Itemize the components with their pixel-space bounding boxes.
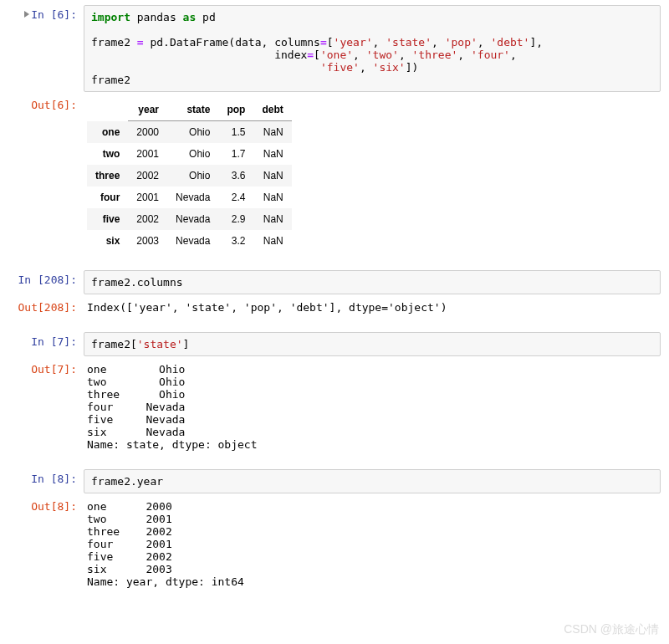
table-cell: Ohio — [167, 143, 218, 165]
code-cell-6: In [6]: import pandas as pd frame2 = pd.… — [0, 3, 669, 94]
in-prompt: In [8]: — [0, 469, 84, 493]
code-input[interactable]: frame2.columns — [84, 270, 661, 294]
table-cell: 3.2 — [218, 230, 253, 252]
table-row: five2002Nevada2.9NaN — [87, 208, 292, 230]
output-cell-6: Out[6]: yearstatepopdebtone2000Ohio1.5Na… — [0, 94, 669, 260]
table-cell: NaN — [253, 230, 291, 252]
code-input[interactable]: frame2['state'] — [84, 332, 661, 356]
row-index: five — [87, 208, 128, 230]
table-cell: NaN — [253, 187, 291, 208]
output-cell-7: Out[7]: one Ohio two Ohio three Ohio fou… — [0, 358, 669, 459]
table-cell: 2003 — [128, 230, 167, 252]
out-prompt: Out[8]: — [0, 497, 84, 595]
out-prompt: Out[208]: — [0, 298, 84, 320]
code-input[interactable]: frame2.year — [84, 469, 661, 493]
text-output: Index(['year', 'state', 'pop', 'debt'], … — [84, 298, 669, 320]
table-cell: 2001 — [128, 187, 167, 208]
table-row: six2003Nevada3.2NaN — [87, 230, 292, 252]
code-cell-8: In [8]: frame2.year — [0, 468, 669, 495]
column-header: pop — [218, 99, 253, 121]
row-index: two — [87, 143, 128, 165]
dataframe-table: yearstatepopdebtone2000Ohio1.5NaNtwo2001… — [87, 99, 292, 252]
table-cell: Ohio — [167, 121, 218, 144]
prompt-label: In [6]: — [31, 8, 77, 21]
column-header: debt — [253, 99, 291, 121]
table-row: one2000Ohio1.5NaN — [87, 121, 292, 144]
table-cell: NaN — [253, 208, 291, 230]
table-cell: 2.4 — [218, 187, 253, 208]
text-output: one Ohio two Ohio three Ohio four Nevada… — [84, 360, 669, 457]
table-cell: Nevada — [167, 230, 218, 252]
table-cell: NaN — [253, 143, 291, 165]
code-input[interactable]: import pandas as pd frame2 = pd.DataFram… — [84, 5, 661, 92]
out-prompt: Out[7]: — [0, 360, 84, 457]
text-output: one 2000 two 2001 three 2002 four 2001 f… — [84, 497, 669, 595]
table-cell: NaN — [253, 121, 291, 144]
table-cell: 1.7 — [218, 143, 253, 165]
code-cell-208: In [208]: frame2.columns — [0, 268, 669, 296]
table-cell: 3.6 — [218, 165, 253, 187]
row-index: one — [87, 121, 128, 144]
dataframe-output: yearstatepopdebtone2000Ohio1.5NaNtwo2001… — [84, 95, 669, 258]
row-index: three — [87, 165, 128, 187]
row-index: four — [87, 187, 128, 208]
table-row: three2002Ohio3.6NaN — [87, 165, 292, 187]
run-icon[interactable] — [24, 11, 29, 18]
table-cell: Nevada — [167, 208, 218, 230]
row-index: six — [87, 230, 128, 252]
output-cell-8: Out[8]: one 2000 two 2001 three 2002 fou… — [0, 495, 669, 596]
out-prompt: Out[6]: — [0, 95, 84, 258]
output-cell-208: Out[208]: Index(['year', 'state', 'pop',… — [0, 296, 669, 322]
table-cell: 2.9 — [218, 208, 253, 230]
table-cell: 2001 — [128, 143, 167, 165]
in-prompt: In [208]: — [0, 270, 84, 294]
table-cell: 2000 — [128, 121, 167, 144]
table-cell: NaN — [253, 165, 291, 187]
table-cell: 2002 — [128, 165, 167, 187]
table-row: four2001Nevada2.4NaN — [87, 187, 292, 208]
table-cell: Ohio — [167, 165, 218, 187]
table-cell: Nevada — [167, 187, 218, 208]
column-header: year — [128, 99, 167, 121]
column-header: state — [167, 99, 218, 121]
table-cell: 2002 — [128, 208, 167, 230]
table-row: two2001Ohio1.7NaN — [87, 143, 292, 165]
code-cell-7: In [7]: frame2['state'] — [0, 330, 669, 358]
table-cell: 1.5 — [218, 121, 253, 144]
in-prompt: In [7]: — [0, 332, 84, 356]
in-prompt: In [6]: — [0, 5, 84, 92]
